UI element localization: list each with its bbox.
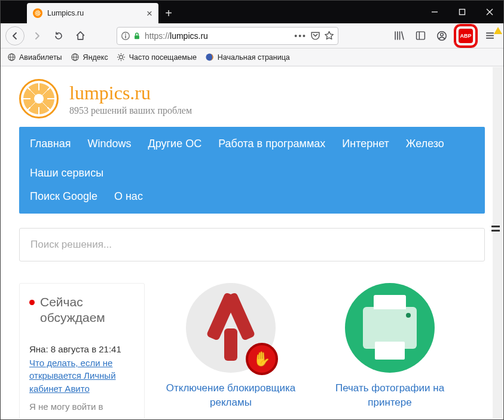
site-header: lumpics.ru 8953 решений ваших проблем (1, 67, 503, 127)
discuss-title: Сейчас обсуждаем (29, 294, 135, 326)
nav-item[interactable]: Windows (88, 138, 132, 150)
page-actions-icon[interactable]: ••• (294, 31, 307, 41)
discuss-text: Я не могу войти в (29, 401, 135, 412)
nav-item[interactable]: Работа в программах (218, 138, 325, 150)
svg-rect-1 (460, 10, 465, 15)
bookmark-yandex[interactable]: Яндекс (71, 53, 108, 62)
nav-item[interactable]: Наши сервисы (30, 167, 103, 179)
nav-item[interactable]: Другие ОС (148, 138, 202, 150)
bookmark-label: Авиабилеты (19, 53, 62, 62)
card-label: Печать фотографии на принтере (318, 381, 462, 410)
svg-line-28 (118, 59, 119, 60)
nav-item[interactable]: Железо (406, 138, 444, 150)
url-bar[interactable]: https://lumpics.ru ••• (117, 27, 338, 45)
sidebar-icon[interactable] (411, 27, 429, 45)
firefox-icon (205, 53, 215, 62)
bookmark-label: Начальная страница (218, 53, 290, 62)
nav-item[interactable]: Главная (30, 138, 71, 150)
svg-rect-7 (135, 35, 139, 39)
svg-point-11 (441, 33, 444, 36)
nav-item[interactable]: Интернет (342, 138, 389, 150)
site-identity[interactable] (121, 31, 141, 41)
card-label: Отключение блокировщика рекламы (159, 381, 303, 410)
site-title[interactable]: lumpics.ru (69, 82, 192, 104)
maximize-button[interactable] (448, 1, 476, 23)
abp-extension-highlight: ABP (454, 25, 477, 47)
globe-icon (7, 53, 16, 62)
close-window-button[interactable] (476, 1, 503, 23)
search-placeholder: Поиск решения... (30, 239, 112, 251)
url-text: https://lumpics.ru (145, 31, 291, 41)
library-icon[interactable] (390, 27, 408, 45)
bookmarks-toolbar: Авиабилеты Яндекс Часто посещаемые Начал… (1, 48, 503, 66)
svg-point-21 (120, 56, 123, 59)
home-button[interactable] (71, 27, 89, 45)
article-cards: ✋ Отключение блокировщика рекламы Печать… (159, 283, 485, 410)
bookmark-aviabilety[interactable]: Авиабилеты (7, 53, 62, 62)
gear-icon (117, 53, 126, 62)
bookmark-label: Яндекс (83, 53, 108, 62)
abp-extension-button[interactable]: ABP (459, 29, 473, 43)
discuss-meta: Яна: 8 августа в 21:41 (29, 344, 135, 354)
site-tagline: 8953 решений ваших проблем (69, 105, 192, 116)
browser-tab[interactable]: Lumpics.ru × (27, 3, 158, 23)
page-content: lumpics.ru 8953 решений ваших проблем Гл… (1, 67, 503, 419)
svg-rect-6 (125, 35, 126, 38)
bookmark-start-page[interactable]: Начальная страница (205, 53, 290, 62)
svg-line-26 (118, 54, 119, 55)
account-icon[interactable] (433, 27, 451, 45)
svg-point-5 (125, 34, 126, 35)
card-image-icon (345, 283, 435, 373)
article-card[interactable]: Печать фотографии на принтере (318, 283, 462, 410)
side-handle-icon[interactable] (490, 223, 502, 235)
warning-icon (494, 27, 502, 34)
article-card[interactable]: ✋ Отключение блокировщика рекламы (159, 283, 303, 410)
tab-title: Lumpics.ru (47, 9, 84, 17)
site-logo-icon[interactable] (19, 79, 59, 118)
info-icon (121, 31, 130, 41)
toolbar-right: ABP (390, 25, 499, 47)
site-search-input[interactable]: Поиск решения... (19, 228, 485, 261)
nav-item[interactable]: Поиск Google (30, 190, 97, 203)
pocket-icon[interactable] (310, 31, 320, 41)
block-badge-icon: ✋ (246, 343, 278, 375)
minimize-button[interactable] (421, 1, 448, 23)
svg-rect-8 (416, 32, 424, 39)
new-tab-button[interactable]: + (158, 3, 179, 23)
tab-strip: Lumpics.ru × + (27, 1, 179, 23)
bookmark-label: Часто посещаемые (129, 53, 197, 62)
forward-button[interactable] (28, 27, 46, 45)
card-image-icon: ✋ (186, 283, 276, 373)
close-tab-icon[interactable]: × (146, 8, 152, 19)
window-titlebar: Lumpics.ru × + (1, 1, 503, 23)
nav-toolbar: https://lumpics.ru ••• ABP (1, 23, 503, 48)
discuss-link[interactable]: Что делать, если не открывается Личный к… (29, 357, 135, 395)
discuss-widget: Сейчас обсуждаем Яна: 8 августа в 21:41 … (19, 283, 145, 419)
lock-icon (133, 32, 141, 40)
svg-line-29 (123, 54, 124, 55)
bookmark-star-icon[interactable] (324, 31, 334, 41)
site-nav: Главная Windows Другие ОС Работа в прогр… (19, 127, 485, 214)
globe-icon (71, 53, 80, 62)
bookmark-most-visited[interactable]: Часто посещаемые (117, 53, 197, 62)
nav-item[interactable]: О нас (114, 190, 143, 203)
svg-line-27 (123, 59, 124, 60)
back-button[interactable] (5, 26, 25, 45)
reload-button[interactable] (50, 27, 68, 45)
favicon-icon (33, 8, 42, 18)
